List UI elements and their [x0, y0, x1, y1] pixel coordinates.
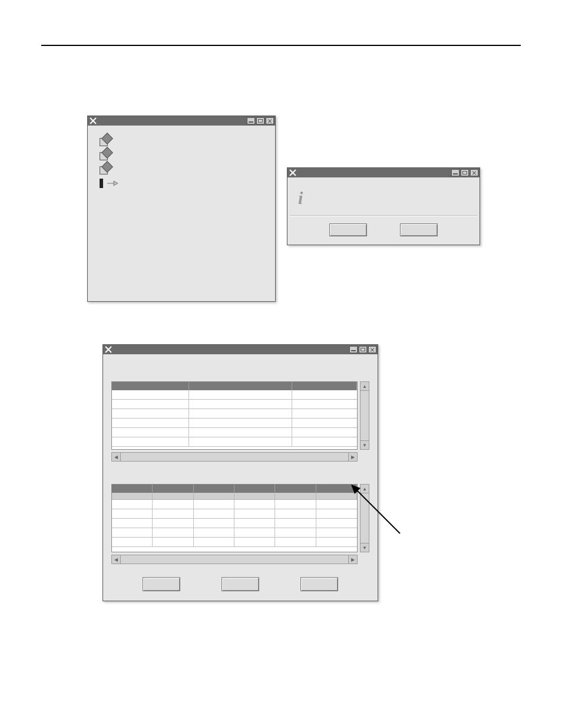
tree-item[interactable]: [100, 162, 122, 176]
table-row[interactable]: [112, 528, 357, 538]
table-body: [112, 390, 357, 447]
divider: [290, 215, 477, 216]
page-header-rule: [41, 45, 521, 46]
button-row: [103, 577, 378, 591]
table-row[interactable]: [112, 419, 357, 428]
horizontal-scrollbar[interactable]: ◀ ▶: [111, 555, 358, 564]
scroll-down-icon[interactable]: ▼: [361, 543, 369, 552]
titlebar[interactable]: [88, 116, 275, 126]
checkbox-edit-icon: [100, 136, 110, 146]
close-button[interactable]: [368, 346, 376, 353]
titlebar[interactable]: [287, 168, 480, 177]
scroll-down-icon[interactable]: ▼: [361, 440, 369, 449]
table-row[interactable]: [112, 437, 357, 447]
tree-item-list: [100, 134, 122, 190]
scroll-right-icon[interactable]: ▶: [348, 453, 357, 461]
table-row[interactable]: [112, 538, 357, 547]
tree-item[interactable]: [100, 134, 122, 148]
scroll-up-icon[interactable]: ▲: [361, 485, 369, 493]
table-row[interactable]: [112, 390, 357, 400]
dialog-body: i: [287, 177, 480, 245]
scroll-left-icon[interactable]: ◀: [112, 453, 121, 461]
maximize-button[interactable]: [256, 117, 265, 124]
tree-window: [87, 116, 276, 302]
close-button[interactable]: [266, 117, 274, 124]
maximize-button[interactable]: [461, 169, 469, 176]
table-subheader-row: [112, 493, 357, 500]
scroll-left-icon[interactable]: ◀: [112, 555, 121, 564]
tree-item-current[interactable]: [100, 176, 122, 190]
table-row[interactable]: [112, 500, 357, 509]
cursor-marker-icon: [100, 179, 103, 188]
titlebar-system-icon: [104, 345, 113, 354]
vertical-scrollbar[interactable]: ▲ ▼: [360, 381, 369, 450]
dialog-button-2[interactable]: [400, 223, 438, 236]
table-row[interactable]: [112, 509, 357, 519]
column-header[interactable]: [234, 485, 275, 493]
column-header[interactable]: [194, 485, 234, 493]
top-table-area: ▲ ▼ ◀ ▶: [111, 381, 369, 476]
pointer-hand-icon: [107, 179, 118, 187]
scroll-up-icon[interactable]: ▲: [361, 382, 369, 391]
table-window: ▲ ▼ ◀ ▶: [103, 344, 378, 601]
horizontal-scrollbar[interactable]: ◀ ▶: [111, 452, 358, 462]
close-button[interactable]: [470, 169, 478, 176]
tree-item[interactable]: [100, 148, 122, 162]
minimize-button[interactable]: [247, 117, 255, 124]
column-header[interactable]: [275, 485, 316, 493]
action-button-1[interactable]: [143, 577, 180, 591]
checkbox-edit-icon: [100, 150, 110, 160]
table-row[interactable]: [112, 519, 357, 528]
vertical-scrollbar[interactable]: ▲ ▼: [360, 484, 369, 552]
column-header[interactable]: [316, 485, 357, 493]
table-header-row: [112, 485, 357, 493]
column-header[interactable]: [112, 382, 189, 390]
window-body: ▲ ▼ ◀ ▶: [103, 354, 378, 601]
action-button-2[interactable]: [222, 577, 259, 591]
titlebar[interactable]: [103, 345, 378, 354]
bottom-table-area: ▲ ▼ ◀ ▶: [111, 484, 369, 578]
scroll-right-icon[interactable]: ▶: [348, 555, 357, 564]
column-header[interactable]: [292, 382, 357, 390]
window-body: [88, 126, 275, 301]
titlebar-system-icon: [289, 169, 297, 177]
maximize-button[interactable]: [359, 346, 367, 353]
info-icon: i: [298, 188, 303, 208]
table-row[interactable]: [112, 400, 357, 409]
table-row[interactable]: [112, 428, 357, 437]
table-body: [112, 500, 357, 547]
minimize-button[interactable]: [451, 169, 459, 176]
top-table: [111, 381, 358, 450]
dialog-button-1[interactable]: [329, 223, 367, 236]
bottom-table: [111, 484, 358, 552]
column-header[interactable]: [189, 382, 292, 390]
titlebar-system-icon: [89, 117, 97, 125]
table-row[interactable]: [112, 409, 357, 419]
info-dialog: i: [287, 167, 480, 245]
action-button-3[interactable]: [300, 577, 338, 591]
minimize-button[interactable]: [349, 346, 358, 353]
checkbox-edit-icon: [100, 164, 110, 174]
column-header[interactable]: [112, 485, 153, 493]
table-header-row: [112, 382, 357, 390]
column-header[interactable]: [153, 485, 193, 493]
